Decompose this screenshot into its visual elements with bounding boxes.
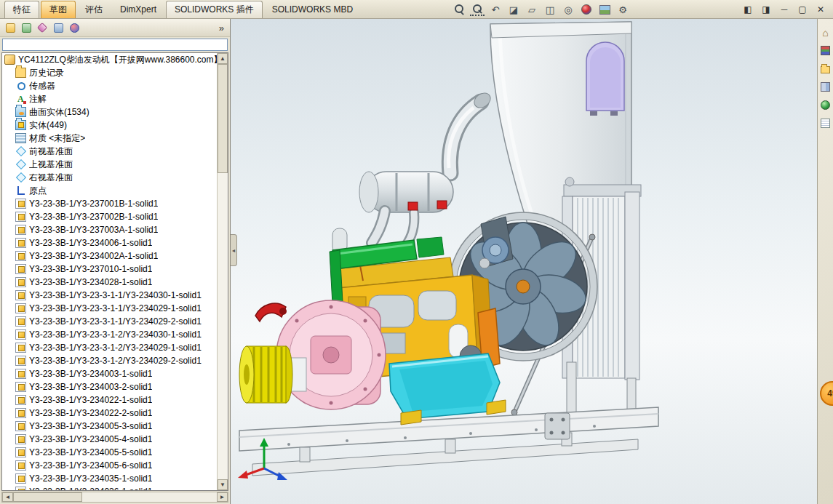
tree-item[interactable]: Y3-23-3B-1/Y3-234022-2-solid1 — [2, 407, 217, 420]
vertical-scroll-thumb[interactable] — [218, 64, 228, 173]
apply-scene-icon[interactable] — [597, 3, 612, 16]
tree-item[interactable]: Y3-23-3B-1/Y3-23-3-1-2/Y3-234029-1-solid… — [2, 341, 217, 354]
tree-item[interactable]: 前视基准面 — [2, 145, 217, 158]
file-explorer-icon[interactable] — [819, 63, 832, 75]
flywheel-housing[interactable] — [276, 300, 386, 409]
tree-item[interactable]: 原点 — [2, 184, 217, 197]
ribbon-tab-SOLIDWORKS MBD[interactable]: SOLIDWORKS MBD — [264, 1, 361, 18]
pane-toggle-left-button[interactable]: ◧ — [742, 4, 754, 15]
tree-root-label: YC4112ZLQ柴油发动机【开拔网www.386600.com】 — [18, 54, 217, 66]
close-button[interactable]: ✕ — [815, 4, 826, 15]
zoom-to-area-icon[interactable] — [470, 3, 485, 16]
ribbon-tab-SOLIDWORKS 插件[interactable]: SOLIDWORKS 插件 — [166, 1, 263, 18]
appearances-scenes-icon[interactable] — [819, 99, 832, 111]
tree-item[interactable]: 材质 <未指定> — [2, 132, 217, 145]
plane-icon — [15, 159, 26, 169]
view-orientation-icon[interactable]: ▱ — [525, 3, 539, 16]
filter-row — [0, 37, 230, 52]
solid-icon — [15, 421, 26, 431]
oil-pan[interactable] — [389, 353, 500, 419]
graphics-area[interactable]: ◄ — [231, 19, 817, 504]
zoom-to-fit-icon[interactable] — [452, 3, 466, 16]
tree-item[interactable]: Y3-23-3B-1/Y3-234028-1-solid1 — [2, 276, 217, 289]
horizontal-scroll-track[interactable] — [13, 492, 217, 502]
tree-item[interactable]: 曲面实体(1534) — [2, 105, 217, 119]
dimxpertmanager-tab-icon[interactable] — [52, 21, 65, 34]
design-library-icon[interactable] — [819, 44, 832, 57]
view-settings-icon[interactable]: ⚙ — [615, 3, 630, 16]
display-style-icon[interactable]: ◫ — [543, 3, 557, 16]
maximize-button[interactable]: ▢ — [797, 4, 808, 15]
tree-item[interactable]: Y3-23-3B-1/Y3-237001B-1-solid1 — [2, 197, 217, 210]
shroud-window[interactable] — [586, 42, 624, 111]
scroll-left-icon[interactable]: ◄ — [2, 492, 13, 502]
tree-item[interactable]: Y3-23-3B-1/Y3-237010-1-solid1 — [2, 263, 217, 276]
tree-item[interactable]: Y3-23-3B-1/Y3-234035-1-solid1 — [2, 472, 217, 485]
part-icon — [4, 55, 15, 65]
minimize-button[interactable]: ─ — [778, 4, 790, 15]
displaymanager-tab-icon[interactable] — [68, 21, 81, 34]
tree-item[interactable]: Y3-23-3B-1/Y3-234003-1-solid1 — [2, 367, 217, 380]
scroll-right-icon[interactable]: ► — [217, 492, 228, 502]
tree-item[interactable]: Y3-23-3B-1/Y3-237002B-1-solid1 — [2, 210, 217, 223]
solid-icon — [15, 447, 26, 457]
solid-icon — [15, 356, 26, 366]
scroll-up-icon[interactable]: ▲ — [218, 53, 228, 64]
tree-item[interactable]: Y3-23-3B-1/Y3-23-3-1-2/Y3-234030-1-solid… — [2, 328, 217, 341]
tree-item-label: Y3-23-3B-1/Y3-234005-4-solid1 — [29, 434, 152, 444]
tree-item-label: 原点 — [29, 185, 47, 197]
tree-item[interactable]: Y3-23-3B-1/Y3-234006-1-solid1 — [2, 236, 217, 249]
hide-show-items-icon[interactable]: ◎ — [561, 3, 575, 16]
tree-item[interactable]: 传感器 — [2, 79, 217, 92]
tree-item[interactable]: Y3-23-3B-1/Y3-23-3-1-1/Y3-234029-2-solid… — [2, 315, 217, 328]
tree-item[interactable]: 实体(449) — [2, 119, 217, 132]
tree-item[interactable]: Y3-23-3B-1/Y3-23-3-1-1/Y3-234029-1-solid… — [2, 302, 217, 315]
previous-view-icon[interactable]: ↶ — [488, 3, 503, 16]
scroll-down-icon[interactable]: ▼ — [218, 479, 228, 490]
ribbon-tab-DimXpert[interactable]: DimXpert — [112, 1, 164, 18]
tree-item[interactable]: Y3-23-3B-1/Y3-234005-5-solid1 — [2, 446, 217, 459]
tree-item[interactable]: 上视基准面 — [2, 158, 217, 171]
tree-item[interactable]: Y3-23-3B-1/Y3-234036-1-solid1 — [2, 485, 217, 490]
ribbon-tab-草图[interactable]: 草图 — [41, 1, 76, 18]
tree-root-item[interactable]: YC4112ZLQ柴油发动机【开拔网www.386600.com】 — [2, 53, 217, 66]
tree-item[interactable]: Y3-23-3B-1/Y3-234022-1-solid1 — [2, 393, 217, 407]
tree-item-label: Y3-23-3B-1/Y3-234005-6-solid1 — [29, 460, 152, 471]
tree-filter-input[interactable] — [2, 39, 228, 51]
tree-item[interactable]: Y3-23-3B-1/Y3-234002A-1-solid1 — [2, 249, 217, 263]
custom-properties-icon[interactable] — [819, 117, 832, 129]
configurationmanager-tab-icon[interactable] — [36, 21, 49, 34]
tree-item[interactable]: Y3-23-3B-1/Y3-237003A-1-solid1 — [2, 223, 217, 236]
exhaust-system[interactable] — [359, 90, 493, 246]
horizontal-scroll-thumb[interactable] — [13, 492, 82, 502]
ribbon-tab-评估[interactable]: 评估 — [77, 1, 111, 18]
panel-collapse-handle[interactable]: ◄ — [231, 234, 237, 266]
tree-item[interactable]: Y3-23-3B-1/Y3-234003-2-solid1 — [2, 380, 217, 393]
tree-item[interactable]: Y3-23-3B-1/Y3-234005-3-solid1 — [2, 420, 217, 433]
tree-item[interactable]: Y3-23-3B-1/Y3-234005-4-solid1 — [2, 433, 217, 446]
engine-mount[interactable] — [401, 410, 421, 425]
propertymanager-tab-icon[interactable] — [20, 21, 33, 34]
junction-plate[interactable] — [545, 413, 570, 439]
tree-item[interactable]: Y3-23-3B-1/Y3-23-3-1-1/Y3-234030-1-solid… — [2, 289, 217, 302]
tree-item[interactable]: Y3-23-3B-1/Y3-23-3-1-2/Y3-234029-2-solid… — [2, 354, 217, 367]
view-palette-icon[interactable] — [819, 81, 832, 93]
tree-item[interactable]: 历史记录 — [2, 66, 217, 79]
section-view-icon[interactable]: ◪ — [506, 3, 521, 16]
engine-mount[interactable] — [487, 400, 506, 415]
solidworks-resources-icon[interactable]: ⌂ — [819, 26, 832, 39]
tree-vertical-scrollbar[interactable]: ▲ ▼ — [217, 53, 228, 490]
tree-item[interactable]: Y3-23-3B-1/Y3-234005-6-solid1 — [2, 459, 217, 472]
featuremanager-tab-icon[interactable] — [4, 21, 17, 34]
solidworks-window: 特征草图评估DimXpertSOLIDWORKS 插件SOLIDWORKS MB… — [0, 0, 833, 504]
tree-item[interactable]: 注解 — [2, 92, 217, 105]
tree-horizontal-scrollbar[interactable]: ◄ ► — [1, 492, 228, 503]
ribbon-tab-特征[interactable]: 特征 — [4, 1, 39, 18]
ribbon-tab-bar: 特征草图评估DimXpertSOLIDWORKS 插件SOLIDWORKS MB… — [0, 0, 833, 19]
overflow-chevron-icon[interactable]: » — [219, 23, 226, 33]
edit-appearance-icon[interactable] — [579, 3, 594, 16]
tree-item-label: Y3-23-3B-1/Y3-234028-1-solid1 — [29, 277, 152, 287]
stop-lever[interactable] — [255, 303, 287, 321]
tree-item[interactable]: 右视基准面 — [2, 171, 217, 184]
pane-toggle-right-button[interactable]: ◨ — [760, 4, 772, 15]
